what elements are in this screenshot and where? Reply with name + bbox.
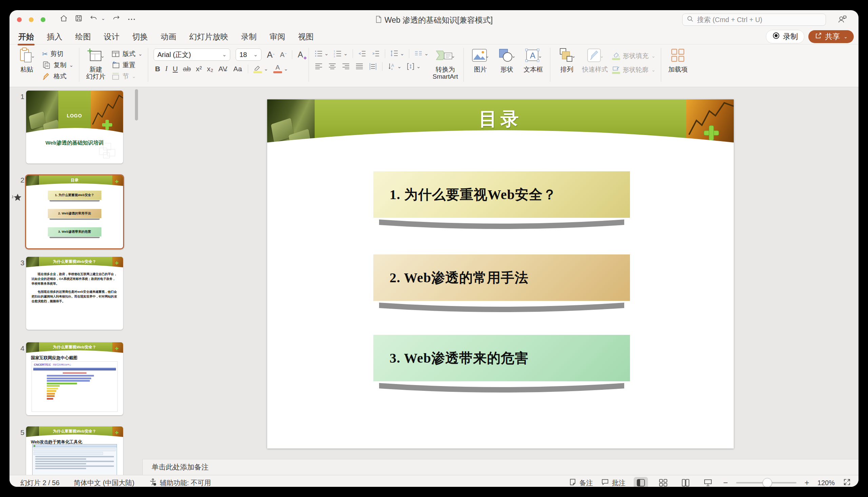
- tab-design[interactable]: 设计: [103, 30, 120, 43]
- tab-transitions[interactable]: 切换: [132, 30, 148, 43]
- underline-button[interactable]: U: [173, 65, 178, 73]
- zoom-slider[interactable]: [736, 482, 796, 483]
- textbox-button[interactable]: A ⌄ 文本框: [522, 47, 545, 73]
- search-input[interactable]: 搜索 (Cmd + Ctrl + U): [682, 14, 826, 26]
- tab-animations[interactable]: 动画: [160, 30, 177, 43]
- justify-button[interactable]: [355, 62, 364, 71]
- text-direction-button[interactable]: A: [387, 62, 396, 71]
- picture-button[interactable]: ⌄ 图片: [469, 47, 492, 73]
- home-icon[interactable]: [60, 14, 68, 23]
- reading-view-button[interactable]: [678, 477, 693, 487]
- normal-view-button[interactable]: [634, 477, 648, 487]
- strikethrough-button[interactable]: ab: [183, 65, 191, 73]
- animation-star-icon[interactable]: [12, 193, 22, 203]
- zoom-out-button[interactable]: −: [723, 478, 728, 487]
- decrease-font-button[interactable]: A: [280, 51, 286, 59]
- current-slide-canvas[interactable]: 目录 1. 为什么要重视Web安全？ 2. Web渗透的常用手法 3. Web渗…: [267, 99, 734, 449]
- zoom-in-button[interactable]: +: [805, 478, 809, 487]
- reset-button[interactable]: 重置: [111, 60, 143, 70]
- slide-thumbnail-panel: 1 LOGO Web渗透的基础知识培训: [10, 87, 143, 475]
- new-slide-button[interactable]: ⌄ 新建幻灯片: [85, 47, 107, 81]
- font-name-select[interactable]: Arial (正文)⌄: [153, 48, 230, 61]
- redo-icon[interactable]: [112, 14, 120, 23]
- align-right-button[interactable]: [341, 62, 350, 71]
- cut-button[interactable]: ✂ 剪切: [42, 48, 74, 59]
- layout-button[interactable]: 版式⌄: [111, 48, 143, 59]
- zoom-slider-thumb[interactable]: [763, 478, 772, 487]
- shape-fill-button[interactable]: 形状填充⌄: [612, 51, 656, 61]
- slide-banner[interactable]: 目录: [267, 99, 734, 145]
- fit-slide-button[interactable]: [843, 478, 851, 487]
- tab-insert[interactable]: 插入: [46, 30, 63, 43]
- slide-thumbnail-5[interactable]: ✚ 为什么要重视Web安全？ Web攻击趋于简单化工具化: [26, 426, 123, 475]
- tab-home[interactable]: 开始: [18, 30, 34, 43]
- share-icon: [814, 32, 822, 41]
- convert-smartart-button[interactable]: ⌄ 转换为SmartArt: [433, 47, 458, 81]
- slideshow-view-button[interactable]: [701, 477, 715, 487]
- increase-font-button[interactable]: A: [267, 50, 275, 60]
- toc-item-3[interactable]: 3. Web渗透带来的危害: [373, 335, 630, 381]
- align-text-button[interactable]: [406, 62, 415, 71]
- bullets-button[interactable]: [314, 49, 323, 58]
- distribute-text-button[interactable]: [369, 62, 377, 71]
- more-toolbar-icon[interactable]: [127, 14, 136, 23]
- highlight-button[interactable]: [253, 65, 262, 73]
- increase-indent-button[interactable]: [371, 49, 380, 58]
- line-spacing-button[interactable]: [390, 49, 399, 58]
- tab-draw[interactable]: 绘图: [75, 30, 91, 43]
- addins-button[interactable]: 加载项: [666, 47, 689, 73]
- maximize-button[interactable]: [41, 17, 45, 22]
- italic-button[interactable]: I: [165, 65, 167, 73]
- tab-record[interactable]: 录制: [240, 30, 258, 43]
- align-center-button[interactable]: [328, 62, 337, 71]
- record-button[interactable]: 录制: [766, 30, 804, 43]
- zoom-level[interactable]: 120%: [818, 479, 835, 487]
- columns-button[interactable]: [414, 49, 423, 58]
- numbering-button[interactable]: 123: [333, 49, 342, 58]
- slide-thumbnail-4[interactable]: ✚ 为什么要重视Web安全？ 国家互联网应急中心截图 CNCERT/CC 国家互…: [26, 342, 123, 415]
- undo-dropdown-icon[interactable]: ⌄: [101, 15, 105, 22]
- language-indicator[interactable]: 简体中文 (中国大陆): [74, 478, 135, 487]
- font-color-button[interactable]: A: [273, 64, 282, 73]
- share-button[interactable]: 共享 ⌄: [808, 30, 854, 43]
- bold-button[interactable]: B: [155, 65, 160, 73]
- slide-sorter-view-button[interactable]: [656, 477, 670, 487]
- clear-formatting-button[interactable]: A: [298, 50, 303, 59]
- toc-item-1[interactable]: 1. 为什么要重视Web安全？: [373, 171, 630, 218]
- thumbnail-scrollbar[interactable]: [135, 89, 138, 120]
- slide-title[interactable]: 目录: [267, 107, 734, 132]
- tab-review[interactable]: 审阅: [269, 30, 286, 43]
- notes-pane[interactable]: 单击此处添加备注: [143, 459, 858, 475]
- toc-item-2[interactable]: 2. Web渗透的常用手法: [373, 254, 630, 301]
- shapes-button[interactable]: ⌄ 形状: [496, 47, 518, 73]
- tab-view[interactable]: 视图: [297, 30, 314, 43]
- save-icon[interactable]: [75, 14, 83, 23]
- notes-toggle[interactable]: 备注: [569, 478, 593, 487]
- feedback-icon[interactable]: [838, 15, 847, 25]
- close-button[interactable]: [17, 17, 22, 22]
- subscript-button[interactable]: x₂: [207, 65, 213, 73]
- arrange-button[interactable]: ⌄ 排列: [556, 47, 578, 73]
- tab-slideshow[interactable]: 幻灯片放映: [189, 30, 229, 43]
- layout-dropdown-icon: ⌄: [138, 51, 143, 57]
- section-button[interactable]: 节⌄: [111, 71, 143, 82]
- decrease-indent-button[interactable]: [358, 49, 367, 58]
- quick-styles-button[interactable]: ⌄ 快速样式: [582, 47, 608, 73]
- titlebar: ⌄ Web 渗透的基础知识[兼容模式] 搜索 (Cmd + Ctrl + U): [10, 10, 858, 29]
- slide-thumbnail-1[interactable]: LOGO Web渗透的基础知识培训: [26, 90, 123, 164]
- format-painter-button[interactable]: 格式: [42, 71, 74, 82]
- font-size-select[interactable]: 18⌄: [236, 48, 261, 61]
- slide-thumbnail-3[interactable]: ✚ 为什么要重视Web安全？ 现在很多企业，政府，学校都在互联网上建立自己的平台…: [26, 257, 123, 330]
- comments-toggle[interactable]: 批注: [601, 478, 626, 487]
- copy-button[interactable]: 复制⌄: [42, 60, 74, 70]
- undo-icon[interactable]: [89, 14, 98, 23]
- paste-button[interactable]: ⌄ 粘贴: [16, 47, 38, 73]
- character-spacing-button[interactable]: AV⌄: [218, 65, 228, 73]
- align-left-button[interactable]: [314, 62, 323, 71]
- minimize-button[interactable]: [29, 17, 33, 22]
- accessibility-status[interactable]: ? 辅助功能: 不可用: [149, 478, 211, 487]
- shape-outline-button[interactable]: 形状轮廓⌄: [612, 65, 656, 75]
- superscript-button[interactable]: x²: [196, 65, 202, 73]
- change-case-button[interactable]: Aa⌄: [233, 65, 243, 73]
- slide-thumbnail-2-selected[interactable]: ✚ 目录 1. 为什么要重视Web安全？ 2. Web渗透的常用手法 3. We…: [25, 174, 124, 249]
